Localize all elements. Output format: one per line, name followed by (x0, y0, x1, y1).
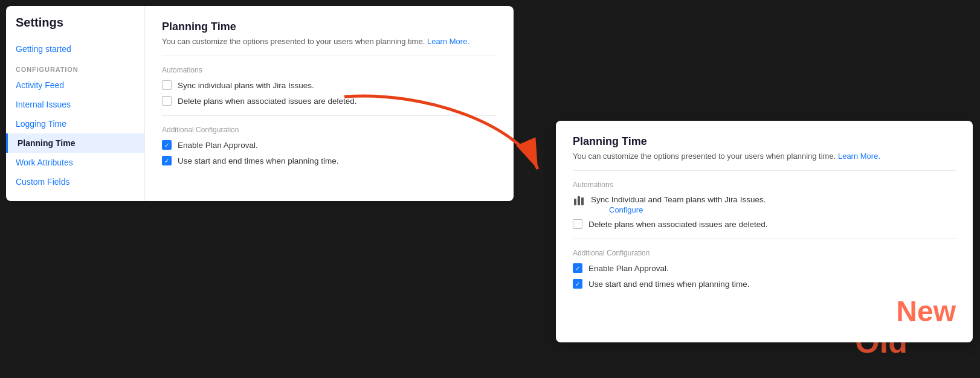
old-checkbox-approval[interactable]: ✓ (162, 140, 172, 150)
new-additional-text-1: Enable Plan Approval. (588, 264, 669, 273)
new-label: New (896, 295, 956, 327)
new-panel-subtitle: You can customize the options presented … (573, 152, 956, 161)
configure-link[interactable]: Configure (609, 205, 766, 214)
new-additional-row-2: ✓ Use start and end times when planning … (573, 279, 956, 289)
old-panel-title: Planning Time (162, 21, 497, 33)
old-additional-text-2: Use start and end times when planning ti… (178, 156, 338, 165)
new-additional-text-2: Use start and end times when planning ti… (588, 280, 749, 289)
svg-rect-3 (581, 197, 584, 205)
svg-rect-1 (574, 199, 576, 205)
old-automation-row-2: Delete plans when associated issues are … (162, 96, 497, 106)
jira-icon (573, 195, 586, 208)
sidebar-item-work-attributes[interactable]: Work Attributes (6, 153, 144, 172)
sidebar-item-custom-fields[interactable]: Custom Fields (6, 172, 144, 191)
old-divider-2 (162, 115, 497, 116)
svg-rect-2 (578, 196, 580, 205)
old-panel: Settings Getting started CONFIGURATION A… (6, 6, 514, 201)
old-additional-text-1: Enable Plan Approval. (178, 141, 258, 150)
old-learn-more-link[interactable]: Learn More. (427, 37, 469, 46)
old-checkbox-sync[interactable] (162, 80, 172, 90)
settings-title: Settings (6, 16, 144, 39)
old-divider-1 (162, 56, 497, 56)
sidebar-item-planning-time[interactable]: Planning Time (6, 133, 144, 153)
old-checkbox-delete[interactable] (162, 96, 172, 106)
new-automations-label: Automations (573, 181, 956, 189)
new-divider-2 (573, 239, 956, 239)
old-automations-label: Automations (162, 66, 497, 74)
old-checkbox-times[interactable]: ✓ (162, 156, 172, 165)
sidebar-item-activity-feed[interactable]: Activity Feed (6, 75, 144, 95)
new-additional-label: Additional Configuration (573, 249, 956, 257)
sidebar-section-config: CONFIGURATION (6, 59, 144, 75)
new-jira-sync-text: Sync Individual and Team plans with Jira… (591, 195, 766, 204)
new-panel-title: Planning Time (573, 135, 956, 148)
old-main-content: Planning Time You can customize the opti… (145, 6, 514, 201)
old-additional-row-2: ✓ Use start and end times when planning … (162, 156, 497, 165)
old-additional-row-1: ✓ Enable Plan Approval. (162, 140, 497, 150)
new-checkbox-times[interactable]: ✓ (573, 279, 582, 289)
new-learn-more-link[interactable]: Learn More. (838, 152, 880, 161)
old-automation-text-2: Delete plans when associated issues are … (178, 97, 356, 106)
old-automation-row-1: Sync individual plans with Jira Issues. (162, 80, 497, 90)
new-checkbox-delete[interactable] (573, 219, 582, 229)
new-panel: Planning Time You can customize the opti… (556, 121, 973, 342)
old-automation-text-1: Sync individual plans with Jira Issues. (178, 81, 314, 90)
new-checkbox-approval[interactable]: ✓ (573, 263, 582, 273)
new-divider-1 (573, 170, 956, 171)
sidebar-item-internal-issues[interactable]: Internal Issues (6, 95, 144, 114)
old-panel-subtitle: You can customize the options presented … (162, 37, 497, 46)
sidebar-item-getting-started[interactable]: Getting started (6, 39, 144, 59)
sidebar: Settings Getting started CONFIGURATION A… (6, 6, 145, 201)
new-delete-text: Delete plans when associated issues are … (588, 220, 767, 229)
sidebar-item-logging-time[interactable]: Logging Time (6, 114, 144, 133)
new-delete-row: Delete plans when associated issues are … (573, 219, 956, 229)
old-additional-label: Additional Configuration (162, 126, 497, 134)
new-additional-row-1: ✓ Enable Plan Approval. (573, 263, 956, 273)
new-jira-sync-row: Sync Individual and Team plans with Jira… (573, 195, 956, 218)
